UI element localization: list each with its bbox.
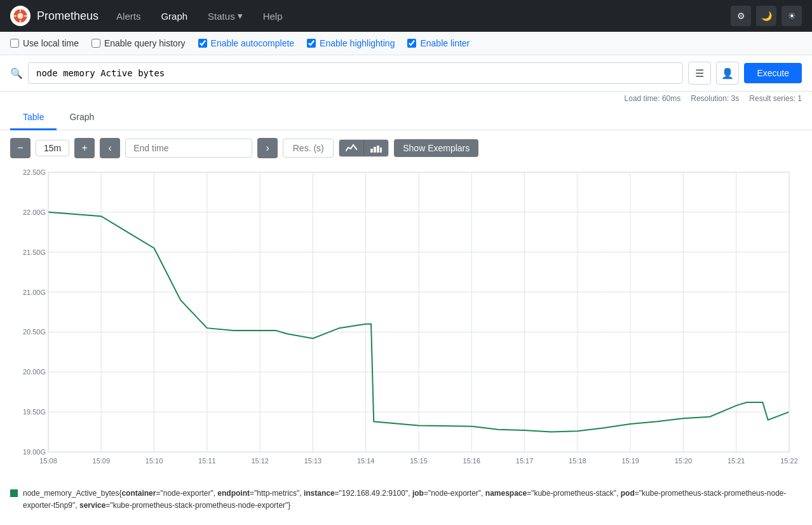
svg-rect-8 [377,146,379,153]
chart-type-buttons [339,139,389,157]
zoom-in-button[interactable]: + [74,138,95,158]
zoom-out-button[interactable]: − [10,138,30,158]
legend-item: node_memory_Active_bytes{container="node… [10,488,802,512]
navbar: Prometheus Alerts Graph Status ▾ Help ⚙ … [0,0,812,32]
load-time: Load time: 60ms [625,94,681,103]
nav-links: Alerts Graph Status ▾ Help [111,8,287,24]
prometheus-logo [10,6,30,26]
linter-label[interactable]: Enable linter [407,38,470,48]
stacked-chart-button[interactable] [363,140,388,156]
autocomplete-checkbox[interactable] [198,39,207,48]
autocomplete-text: Enable autocomplete [211,38,295,48]
svg-rect-9 [380,147,382,153]
svg-rect-5 [24,15,27,17]
legend: node_memory_Active_bytes{container="node… [0,482,812,522]
end-time-input[interactable] [125,139,252,158]
resolution-input[interactable] [283,139,334,158]
light-mode-button[interactable]: ☀ [782,6,802,26]
legend-text: node_memory_Active_bytes{container="node… [23,488,802,512]
stacked-chart-icon [370,144,382,153]
user-icon-button[interactable]: 👤 [716,62,739,85]
query-bar: 🔍 ☰ 👤 Execute [0,55,812,92]
tab-graph[interactable]: Graph [57,106,107,130]
query-history-text: Enable query history [104,38,186,48]
navbar-icons: ⚙ 🌙 ☀ [731,6,802,26]
use-local-time-text: Use local time [23,38,79,48]
duration-display: 15m [36,140,69,156]
settings-icon-button[interactable]: ⚙ [731,6,751,26]
brand-name: Prometheus [37,10,98,23]
use-local-time-label[interactable]: Use local time [10,38,79,48]
resolution: Resolution: 3s [691,94,739,103]
nav-help[interactable]: Help [258,8,288,24]
brand-link[interactable]: Prometheus [10,6,98,26]
show-exemplars-button[interactable]: Show Exemplars [394,139,478,157]
svg-point-1 [18,13,24,19]
query-history-label[interactable]: Enable query history [91,38,186,48]
result-series: Result series: 1 [749,94,802,103]
graph-controls: − 15m + ‹ › Show Exemplars [0,130,812,166]
legend-color-swatch [10,489,18,497]
nav-status[interactable]: Status ▾ [203,8,248,24]
line-chart-icon [346,144,357,153]
list-icon-button[interactable]: ☰ [688,62,711,85]
next-time-button[interactable]: › [257,138,278,158]
search-icon: 🔍 [10,67,23,79]
autocomplete-label[interactable]: Enable autocomplete [198,38,295,48]
nav-graph[interactable]: Graph [156,8,193,24]
svg-rect-6 [370,149,373,153]
dark-mode-button[interactable]: 🌙 [756,6,776,26]
highlighting-label[interactable]: Enable highlighting [307,38,395,48]
linter-checkbox[interactable] [407,39,416,48]
svg-rect-4 [14,15,17,17]
tab-table[interactable]: Table [10,106,57,130]
options-toolbar: Use local time Enable query history Enab… [0,32,812,55]
use-local-time-checkbox[interactable] [10,39,19,48]
svg-rect-3 [20,20,21,23]
linter-text: Enable linter [420,38,470,48]
svg-rect-7 [374,147,376,153]
query-history-checkbox[interactable] [91,39,100,48]
highlighting-checkbox[interactable] [307,39,316,48]
chart-area [0,166,812,482]
main-chart [10,166,802,477]
chevron-down-icon: ▾ [238,10,243,22]
svg-rect-2 [20,10,21,13]
prev-time-button[interactable]: ‹ [100,138,120,158]
legend-metric: node_memory_Active_bytes{container="node… [23,489,786,510]
execute-button[interactable]: Execute [744,63,802,83]
line-chart-button[interactable] [339,140,363,156]
tabs-container: Table Graph [0,106,812,130]
query-input[interactable] [28,62,683,84]
nav-alerts[interactable]: Alerts [111,8,145,24]
logo-icon [13,8,28,24]
load-time-bar: Load time: 60ms Resolution: 3s Result se… [0,92,812,106]
highlighting-text: Enable highlighting [320,38,395,48]
